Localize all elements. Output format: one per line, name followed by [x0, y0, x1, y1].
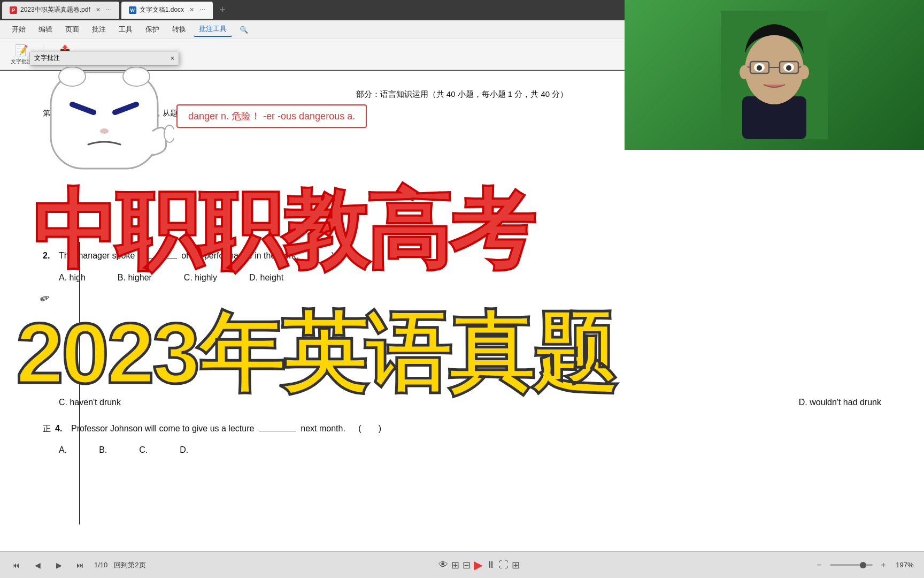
annotation-header: 文字批注 × — [30, 51, 179, 65]
status-center: 👁 ⊞ ⊟ ▶ ⏸ ⛶ ⊞ — [438, 558, 520, 572]
question-4-row: 正 4. Professor Johnson will come to give… — [43, 421, 881, 437]
menu-comment[interactable]: 批注 — [87, 22, 111, 36]
option-4d: D. — [180, 443, 188, 458]
pdf-icon: P — [10, 6, 17, 14]
status-bar: ⏮ ◀ ▶ ⏭ 1/10 回到第2页 👁 ⊞ ⊟ ▶ ⏸ ⛶ ⊞ − + 197… — [0, 551, 924, 578]
tab-word[interactable]: W 文字文稿1.docx ✕ ⋯ — [121, 2, 213, 19]
svg-point-10 — [745, 35, 804, 104]
annotation-box: 文字批注 × — [29, 51, 179, 66]
question-4-kanji: 正 — [43, 422, 51, 436]
mascot-popup: 文字批注 × — [29, 51, 184, 169]
eye-icon[interactable]: 👁 — [438, 559, 448, 571]
status-left: ⏮ ◀ ▶ ⏭ 1/10 回到第2页 — [9, 558, 146, 573]
menu-protect[interactable]: 保护 — [140, 22, 165, 36]
overlay-red-text: 中职职教高考 — [32, 187, 533, 273]
annotation-close-button[interactable]: × — [171, 55, 174, 62]
webcam-feed — [625, 0, 924, 150]
fit-width-icon[interactable]: ⊟ — [463, 559, 471, 571]
nav-first-page[interactable]: ⏮ — [9, 558, 24, 573]
status-icons-group: 👁 ⊞ ⊟ ▶ ⏸ ⛶ ⊞ — [438, 558, 520, 572]
layout-icon[interactable]: ⊞ — [512, 559, 520, 571]
text-annotation-icon: 📝 — [15, 44, 28, 57]
svg-point-20 — [740, 65, 749, 79]
menu-edit[interactable]: 编辑 — [33, 22, 58, 36]
svg-point-5 — [123, 67, 150, 86]
svg-point-6 — [164, 125, 174, 142]
svg-rect-0 — [51, 72, 158, 169]
zoom-slider[interactable] — [830, 564, 873, 566]
question-4-bracket: ( ) — [358, 424, 381, 433]
tab-word-label: 文字文稿1.docx — [140, 5, 184, 14]
status-right: − + 197% — [813, 559, 915, 572]
option-3d: D. wouldn't had drunk — [799, 395, 881, 410]
svg-point-4 — [59, 67, 86, 86]
fit-icon[interactable]: ⊞ — [451, 559, 459, 571]
svg-point-18 — [757, 65, 762, 71]
overlay-yellow-text: 2023年英语真题 — [16, 310, 615, 396]
add-tab-button[interactable]: + — [215, 3, 230, 18]
question-4-options: A. B. C. D. — [59, 443, 881, 458]
zoom-in-button[interactable]: + — [877, 559, 890, 572]
nav-back-label[interactable]: 回到第2页 — [114, 560, 145, 570]
tab-word-menu[interactable]: ⋯ — [199, 6, 205, 13]
zoom-level-label: 197% — [894, 561, 915, 569]
word-icon: W — [129, 6, 136, 14]
menu-annotation-tools[interactable]: 批注工具 — [194, 22, 232, 37]
page-number: 1/10 — [94, 561, 107, 569]
menu-start[interactable]: 开始 — [6, 22, 31, 36]
question-4-blank — [259, 431, 296, 431]
menu-page[interactable]: 页面 — [60, 22, 84, 36]
tab-pdf-label: 2023中职英语真题卷.pdf — [20, 5, 90, 14]
menu-tools[interactable]: 工具 — [113, 22, 138, 36]
person-face-svg — [721, 11, 828, 139]
option-4c: C. — [139, 443, 148, 458]
option-4a: A. — [59, 443, 67, 458]
svg-point-3 — [100, 128, 109, 134]
nav-last-page[interactable]: ⏭ — [73, 558, 88, 573]
tab-pdf-close[interactable]: ✕ — [96, 6, 101, 13]
nav-next-page[interactable]: ▶ — [51, 558, 66, 573]
svg-point-19 — [786, 65, 791, 71]
section-header-text: 部分：语言知识运用（共 40 小题，每小题 1 分，共 40 分） — [356, 89, 568, 98]
question-4-text: Professor Johnson will come to give us a… — [71, 421, 881, 437]
menu-convert[interactable]: 转换 — [167, 22, 191, 36]
fullscreen-icon[interactable]: ⛶ — [499, 559, 509, 571]
zoom-thumb — [860, 562, 866, 568]
play-icon[interactable]: ▶ — [474, 558, 483, 572]
tab-pdf[interactable]: P 2023中职英语真题卷.pdf ✕ ⋯ — [2, 2, 119, 19]
question-4-num: 4. — [55, 421, 71, 437]
webcam-overlay — [625, 0, 924, 150]
mascot-svg — [35, 67, 174, 174]
pause-icon[interactable]: ⏸ — [486, 559, 496, 571]
svg-point-21 — [799, 65, 809, 79]
text-annotation-label: 文字批注 — [11, 58, 32, 65]
tab-pdf-menu[interactable]: ⋯ — [106, 6, 112, 13]
zoom-out-button[interactable]: − — [813, 559, 826, 572]
tab-word-close[interactable]: ✕ — [189, 6, 194, 13]
annotation-title: 文字批注 — [34, 54, 60, 63]
nav-prev-page[interactable]: ◀ — [30, 558, 45, 573]
option-4b: B. — [99, 443, 107, 458]
vocab-box: danger n. 危险！ -er -ous dangerous a. — [176, 104, 367, 128]
vocab-text: danger n. 危险！ -er -ous dangerous a. — [188, 111, 355, 121]
menu-search[interactable]: 🔍 — [234, 24, 253, 36]
